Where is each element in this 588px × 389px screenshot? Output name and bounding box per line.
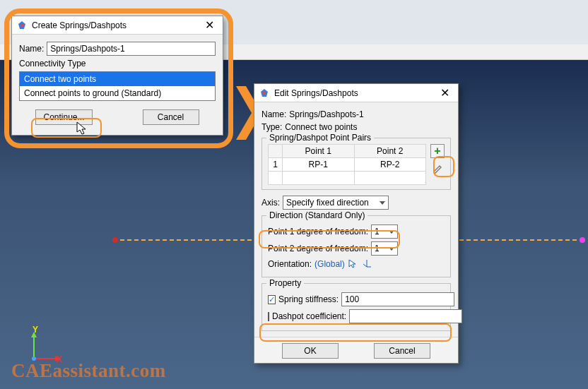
dof1-label: Point 1 degree of freedom: (268, 227, 368, 237)
point-pairs-group: Spring/Dashpot Point Pairs Point 1 Point… (261, 138, 451, 190)
dof1-select[interactable]: 1 (371, 225, 398, 239)
edit-pair-icon[interactable] (430, 162, 445, 176)
node-rp1[interactable] (112, 237, 118, 243)
point-pairs-table[interactable]: Point 1 Point 2 1 RP-1 RP-2 (268, 144, 426, 185)
axis-label: Axis: (261, 198, 280, 208)
direction-group: Direction (Standard Only) Point 1 degree… (261, 215, 451, 277)
option-connect-to-ground[interactable]: Connect points to ground (Standard) (20, 86, 215, 100)
svg-line-14 (363, 264, 367, 267)
dashpot-coeff-input[interactable] (349, 309, 462, 323)
svg-point-6 (20, 23, 24, 27)
viewport: Y X CAEassistant.com Create Springs/Dash… (0, 0, 588, 389)
close-icon[interactable]: ✕ (200, 18, 218, 32)
dialog-titlebar[interactable]: Edit Springs/Dashpots ✕ (254, 84, 458, 102)
name-label: Name: (261, 109, 286, 119)
node-rp2[interactable] (580, 237, 585, 243)
dialog-title: Create Springs/Dashpots (32, 20, 200, 30)
create-springs-dialog: Create Springs/Dashpots ✕ Name: Connecti… (11, 16, 223, 136)
point-pairs-legend: Spring/Dashpot Point Pairs (266, 133, 374, 143)
add-pair-button[interactable]: + (430, 144, 445, 158)
table-row[interactable]: 1 RP-1 RP-2 (269, 158, 426, 172)
option-connect-two-points[interactable]: Connect two points (20, 72, 215, 86)
table-row[interactable] (269, 172, 426, 185)
dashpot-coeff-checkbox[interactable] (268, 312, 269, 321)
type-value: Connect two points (285, 122, 357, 132)
cell-point1[interactable]: RP-1 (283, 158, 355, 172)
spring-stiffness-label: Spring stiffness: (278, 294, 339, 304)
watermark-text: CAEassistant.com (11, 360, 166, 382)
svg-marker-7 (77, 122, 86, 134)
col-point2: Point 2 (354, 145, 426, 158)
dialog-title: Edit Springs/Dashpots (274, 88, 435, 98)
spring-stiffness-input[interactable] (341, 292, 454, 306)
csys-icon[interactable] (362, 258, 373, 270)
ok-button[interactable]: OK (282, 343, 339, 359)
dof2-value: 1 (375, 244, 380, 253)
dof2-label: Point 2 degree of freedom: (268, 244, 368, 253)
orientation-value: (Global) (314, 259, 345, 269)
app-icon (16, 20, 28, 31)
property-group: Property Spring stiffness: Dashpot coeff… (261, 283, 451, 331)
dialog-titlebar[interactable]: Create Springs/Dashpots ✕ (12, 16, 223, 35)
axis-y-label: Y (33, 325, 38, 335)
name-input[interactable] (47, 42, 216, 56)
close-icon[interactable]: ✕ (435, 86, 454, 100)
direction-legend: Direction (Standard Only) (266, 210, 368, 220)
name-label: Name: (19, 44, 44, 54)
cell-point2[interactable]: RP-2 (354, 158, 426, 172)
svg-marker-11 (349, 260, 355, 268)
type-label: Type: (261, 122, 282, 132)
app-icon (259, 88, 270, 99)
connectivity-listbox[interactable]: Connect two points Connect points to gro… (19, 71, 216, 101)
pick-cursor-icon[interactable] (348, 258, 359, 270)
axis-select[interactable]: Specify fixed direction (283, 196, 389, 210)
row-index: 1 (269, 158, 283, 172)
dashpot-coeff-label: Dashpot coefficient: (272, 311, 346, 321)
cancel-button[interactable]: Cancel (374, 343, 430, 359)
spring-stiffness-checkbox[interactable] (268, 295, 276, 304)
edit-springs-dialog: Edit Springs/Dashpots ✕ Name: Springs/Da… (254, 83, 459, 364)
cursor-icon (76, 121, 86, 136)
property-legend: Property (266, 278, 304, 288)
cancel-button[interactable]: Cancel (143, 109, 199, 125)
name-value: Springs/Dashpots-1 (289, 109, 363, 119)
orientation-label: Orientation: (268, 259, 312, 269)
dof2-select[interactable]: 1 (371, 241, 398, 256)
svg-point-10 (263, 91, 266, 95)
col-rownum (269, 145, 283, 158)
dof1-value: 1 (375, 227, 380, 237)
connectivity-type-label: Connectivity Type (19, 59, 86, 68)
col-point1: Point 1 (283, 145, 355, 158)
axis-value: Specify fixed direction (286, 198, 369, 208)
